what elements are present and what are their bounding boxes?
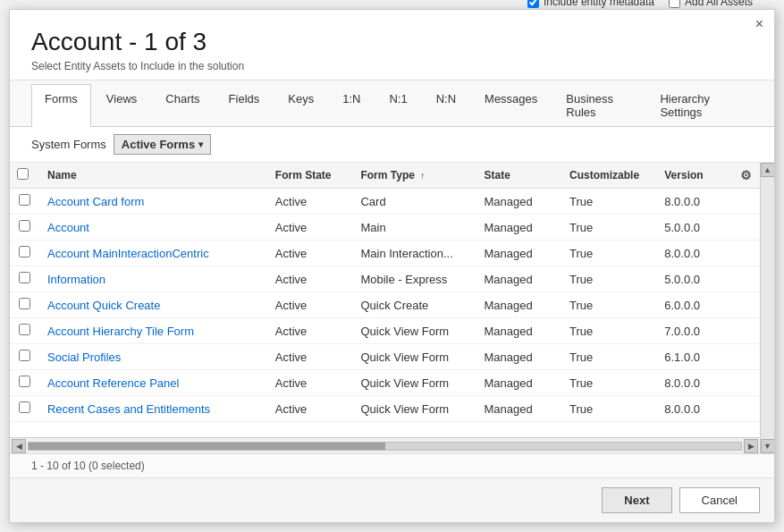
active-forms-label: Active Forms bbox=[122, 138, 195, 151]
row-checkbox[interactable] bbox=[19, 246, 30, 258]
row-form-state: Active bbox=[268, 292, 354, 318]
table-row[interactable]: Account Card formActiveCardManagedTrue8.… bbox=[10, 189, 760, 215]
chevron-down-icon: ▾ bbox=[198, 139, 203, 149]
row-name[interactable]: Account Quick Create bbox=[40, 292, 268, 318]
col-customizable[interactable]: Customizable bbox=[562, 163, 657, 189]
active-forms-dropdown[interactable]: Active Forms ▾ bbox=[114, 134, 211, 155]
form-name-link[interactable]: Account bbox=[47, 221, 89, 234]
form-name-link[interactable]: Account Quick Create bbox=[47, 299, 160, 312]
col-version[interactable]: Version bbox=[657, 163, 733, 189]
table-row[interactable]: Social ProfilesActiveQuick View FormMana… bbox=[10, 344, 760, 370]
tab-messages[interactable]: Messages bbox=[471, 84, 551, 126]
row-checkbox[interactable] bbox=[19, 272, 30, 283]
cancel-button[interactable]: Cancel bbox=[679, 487, 760, 513]
close-button[interactable]: × bbox=[755, 17, 763, 31]
col-state[interactable]: State bbox=[477, 163, 563, 189]
row-checkbox-cell[interactable] bbox=[10, 292, 40, 318]
col-settings[interactable]: ⚙ bbox=[733, 163, 760, 189]
form-name-link[interactable]: Account Card form bbox=[47, 195, 144, 208]
row-checkbox-cell[interactable] bbox=[10, 189, 40, 215]
tab-n1[interactable]: N:1 bbox=[375, 84, 420, 126]
select-all-checkbox[interactable] bbox=[17, 168, 29, 180]
tab-views[interactable]: Views bbox=[93, 84, 150, 126]
row-state: Managed bbox=[477, 241, 563, 266]
table-row[interactable]: Account Reference PanelActiveQuick View … bbox=[10, 370, 760, 396]
col-form-type[interactable]: Form Type ↑ bbox=[353, 163, 476, 189]
form-name-link[interactable]: Account Reference Panel bbox=[47, 376, 179, 390]
row-form-state: Active bbox=[268, 318, 354, 344]
row-name[interactable]: Recent Cases and Entitlements bbox=[40, 396, 268, 422]
row-checkbox[interactable] bbox=[19, 401, 30, 413]
scroll-right-button[interactable]: ▶ bbox=[744, 439, 758, 453]
row-name[interactable]: Account Reference Panel bbox=[40, 370, 268, 396]
add-all-assets-checkbox[interactable] bbox=[669, 0, 680, 8]
table-row[interactable]: Account Hierarchy Tile FormActiveQuick V… bbox=[10, 318, 760, 344]
row-name[interactable]: Information bbox=[40, 266, 268, 292]
tab-fields[interactable]: Fields bbox=[215, 84, 274, 126]
row-checkbox[interactable] bbox=[19, 194, 30, 206]
row-checkbox-cell[interactable] bbox=[10, 266, 40, 292]
table-row[interactable]: Recent Cases and EntitlementsActiveQuick… bbox=[10, 396, 760, 422]
table-row[interactable]: AccountActiveMainManagedTrue5.0.0.0 bbox=[10, 215, 760, 241]
add-all-assets-label: Add All Assets bbox=[685, 0, 753, 8]
scroll-up-button[interactable]: ▲ bbox=[761, 163, 775, 177]
row-customizable: True bbox=[562, 318, 657, 344]
row-checkbox[interactable] bbox=[19, 220, 30, 232]
scroll-track[interactable] bbox=[28, 442, 742, 451]
row-name[interactable]: Account Hierarchy Tile Form bbox=[40, 318, 268, 344]
form-name-link[interactable]: Recent Cases and Entitlements bbox=[47, 402, 210, 416]
horizontal-scrollbar[interactable]: ◀ ▶ bbox=[10, 437, 760, 453]
tab-forms[interactable]: Forms bbox=[31, 84, 91, 127]
row-name[interactable]: Social Profiles bbox=[40, 344, 268, 370]
gear-icon[interactable]: ⚙ bbox=[740, 168, 752, 182]
dialog-title: Account - 1 of 3 bbox=[31, 28, 753, 56]
table-scroll[interactable]: Name Form State Form Type ↑ State Custom… bbox=[10, 163, 760, 437]
row-gear-cell bbox=[733, 215, 760, 241]
tab-1n[interactable]: 1:N bbox=[329, 84, 374, 126]
row-checkbox-cell[interactable] bbox=[10, 344, 40, 370]
row-state: Managed bbox=[477, 266, 563, 292]
row-checkbox-cell[interactable] bbox=[10, 396, 40, 422]
next-button[interactable]: Next bbox=[602, 487, 671, 513]
row-name[interactable]: Account bbox=[40, 215, 268, 241]
add-all-assets-option[interactable]: Add All Assets bbox=[669, 0, 753, 8]
include-metadata-option[interactable]: Include entity metadata bbox=[527, 0, 654, 8]
row-name[interactable]: Account Card form bbox=[40, 189, 268, 215]
form-name-link[interactable]: Account MainInteractionCentric bbox=[47, 247, 209, 260]
tab-business-rules[interactable]: Business Rules bbox=[552, 84, 645, 126]
tab-keys[interactable]: Keys bbox=[274, 84, 327, 126]
scroll-down-button[interactable]: ▼ bbox=[761, 439, 775, 453]
form-name-link[interactable]: Account Hierarchy Tile Form bbox=[47, 325, 194, 338]
row-checkbox[interactable] bbox=[19, 298, 30, 309]
scroll-left-button[interactable]: ◀ bbox=[12, 439, 26, 453]
row-gear-cell bbox=[733, 344, 760, 370]
tab-nn[interactable]: N:N bbox=[423, 84, 469, 126]
row-customizable: True bbox=[562, 189, 657, 215]
row-form-state: Active bbox=[268, 266, 354, 292]
row-name[interactable]: Account MainInteractionCentric bbox=[40, 241, 268, 266]
row-form-type: Quick View Form bbox=[353, 344, 476, 370]
row-checkbox-cell[interactable] bbox=[10, 318, 40, 344]
row-version: 5.0.0.0 bbox=[657, 266, 733, 292]
row-checkbox[interactable] bbox=[19, 350, 30, 361]
vertical-scroll-track[interactable] bbox=[761, 177, 774, 439]
row-checkbox[interactable] bbox=[19, 324, 30, 335]
row-checkbox[interactable] bbox=[19, 376, 30, 387]
include-metadata-checkbox[interactable] bbox=[527, 0, 539, 8]
table-row[interactable]: Account MainInteractionCentricActiveMain… bbox=[10, 241, 760, 266]
col-name[interactable]: Name bbox=[40, 163, 268, 189]
row-checkbox-cell[interactable] bbox=[10, 215, 40, 241]
row-checkbox-cell[interactable] bbox=[10, 241, 40, 266]
table-row[interactable]: InformationActiveMobile - ExpressManaged… bbox=[10, 266, 760, 292]
tab-charts[interactable]: Charts bbox=[152, 84, 213, 126]
tab-hierarchy-settings[interactable]: Hierarchy Settings bbox=[646, 84, 751, 126]
col-check[interactable] bbox=[10, 163, 40, 189]
row-state: Managed bbox=[477, 189, 563, 215]
form-name-link[interactable]: Social Profiles bbox=[47, 350, 121, 364]
row-form-state: Active bbox=[268, 189, 354, 215]
vertical-scrollbar[interactable]: ▲ ▼ bbox=[760, 163, 774, 453]
form-name-link[interactable]: Information bbox=[47, 273, 105, 286]
row-checkbox-cell[interactable] bbox=[10, 370, 40, 396]
table-row[interactable]: Account Quick CreateActiveQuick CreateMa… bbox=[10, 292, 760, 318]
col-form-state[interactable]: Form State bbox=[268, 163, 354, 189]
